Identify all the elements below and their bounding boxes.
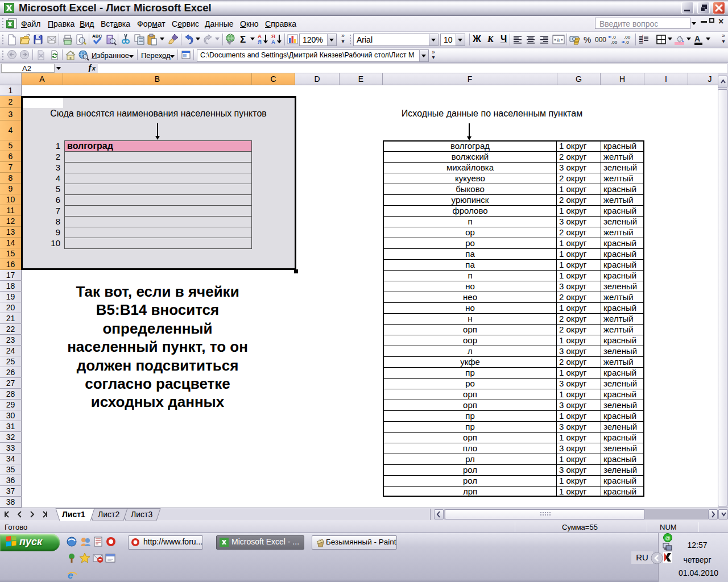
svg-text:Я: Я <box>258 39 262 45</box>
svg-text:%: % <box>584 35 591 44</box>
svg-text:Σ: Σ <box>240 34 246 45</box>
svg-text:000: 000 <box>595 36 606 44</box>
svg-text:А: А <box>271 39 275 45</box>
svg-text:@: @ <box>665 535 671 541</box>
svg-text:,0: ,0 <box>612 35 616 40</box>
svg-text:Лист1: Лист1 <box>62 510 85 519</box>
svg-text:,0: ,0 <box>625 40 629 45</box>
svg-text:,00: ,00 <box>624 35 631 40</box>
svg-text:e: e <box>68 570 73 581</box>
svg-text:A: A <box>694 34 700 43</box>
svg-text:,00: ,00 <box>611 40 618 45</box>
svg-text:a: a <box>557 37 560 43</box>
svg-text:Лист2: Лист2 <box>98 510 119 519</box>
svg-text:Лист3: Лист3 <box>131 510 152 519</box>
svg-text:ABC: ABC <box>92 34 102 39</box>
